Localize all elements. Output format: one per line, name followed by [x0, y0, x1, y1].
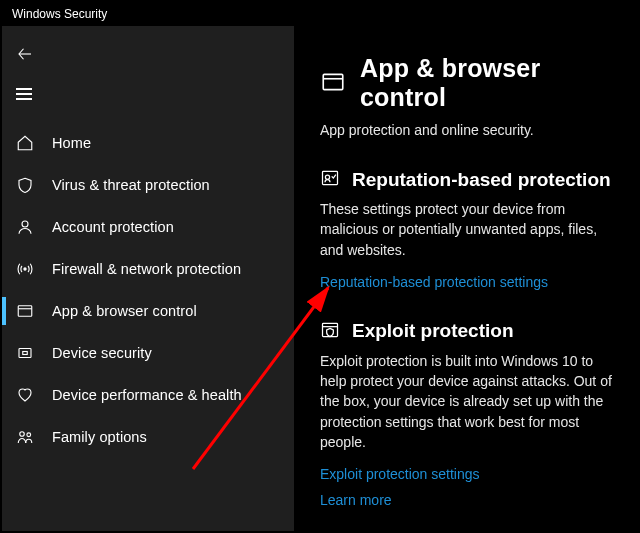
sidebar-item-label: Account protection: [52, 219, 174, 235]
sidebar-item-label: Home: [52, 135, 91, 151]
heart-icon: [16, 386, 40, 404]
sidebar-item-firewall[interactable]: Firewall & network protection: [2, 248, 294, 290]
svg-rect-6: [23, 352, 28, 355]
svg-point-2: [24, 268, 26, 270]
svg-rect-5: [19, 349, 31, 358]
svg-point-12: [325, 175, 329, 179]
svg-point-1: [22, 221, 28, 227]
antenna-icon: [16, 260, 40, 278]
svg-point-8: [27, 433, 31, 437]
sidebar-item-label: Family options: [52, 429, 147, 445]
app-window-icon: [16, 302, 40, 320]
section-header: Exploit protection: [320, 320, 616, 343]
section-header: Reputation-based protection: [320, 168, 616, 191]
section-title: Exploit protection: [352, 320, 514, 342]
window-body: Home Virus & threat protection Account p…: [2, 26, 638, 531]
reputation-icon: [320, 168, 340, 191]
sidebar-item-label: App & browser control: [52, 303, 197, 319]
nav-list: Home Virus & threat protection Account p…: [2, 122, 294, 458]
window-title: Windows Security: [12, 7, 107, 21]
family-icon: [16, 428, 40, 446]
sidebar-item-label: Virus & threat protection: [52, 177, 210, 193]
hamburger-icon: [16, 93, 32, 95]
svg-rect-13: [323, 323, 338, 336]
sidebar: Home Virus & threat protection Account p…: [2, 26, 294, 531]
section-title: Reputation-based protection: [352, 169, 611, 191]
menu-button[interactable]: [2, 74, 294, 114]
section-exploit: Exploit protection Exploit protection is…: [320, 320, 616, 508]
learn-more-link[interactable]: Learn more: [320, 492, 616, 508]
window: Windows Security Home: [2, 2, 638, 531]
titlebar: Windows Security: [2, 2, 638, 26]
exploit-icon: [320, 320, 340, 343]
section-body: Exploit protection is built into Windows…: [320, 351, 616, 452]
svg-rect-9: [323, 74, 343, 89]
sidebar-item-app-browser[interactable]: App & browser control: [2, 290, 294, 332]
sidebar-item-label: Firewall & network protection: [52, 261, 241, 277]
back-button[interactable]: [2, 34, 294, 74]
reputation-settings-link[interactable]: Reputation-based protection settings: [320, 274, 616, 290]
page-title: App & browser control: [360, 54, 616, 112]
section-body: These settings protect your device from …: [320, 199, 616, 260]
app-window-icon: [320, 69, 346, 98]
main-content: App & browser control App protection and…: [294, 26, 638, 531]
person-icon: [16, 218, 40, 236]
sidebar-item-device-security[interactable]: Device security: [2, 332, 294, 374]
back-arrow-icon: [16, 45, 34, 63]
sidebar-item-label: Device performance & health: [52, 387, 242, 403]
page-header: App & browser control: [320, 54, 616, 112]
sidebar-item-performance[interactable]: Device performance & health: [2, 374, 294, 416]
svg-rect-3: [18, 306, 32, 317]
sidebar-item-label: Device security: [52, 345, 152, 361]
shield-icon: [16, 176, 40, 194]
sidebar-item-home[interactable]: Home: [2, 122, 294, 164]
sidebar-item-account[interactable]: Account protection: [2, 206, 294, 248]
home-icon: [16, 134, 40, 152]
sidebar-item-family[interactable]: Family options: [2, 416, 294, 458]
sidebar-item-virus[interactable]: Virus & threat protection: [2, 164, 294, 206]
chip-icon: [16, 344, 40, 362]
exploit-settings-link[interactable]: Exploit protection settings: [320, 466, 616, 482]
page-subtitle: App protection and online security.: [320, 122, 616, 138]
section-reputation: Reputation-based protection These settin…: [320, 168, 616, 290]
svg-point-7: [20, 432, 25, 437]
